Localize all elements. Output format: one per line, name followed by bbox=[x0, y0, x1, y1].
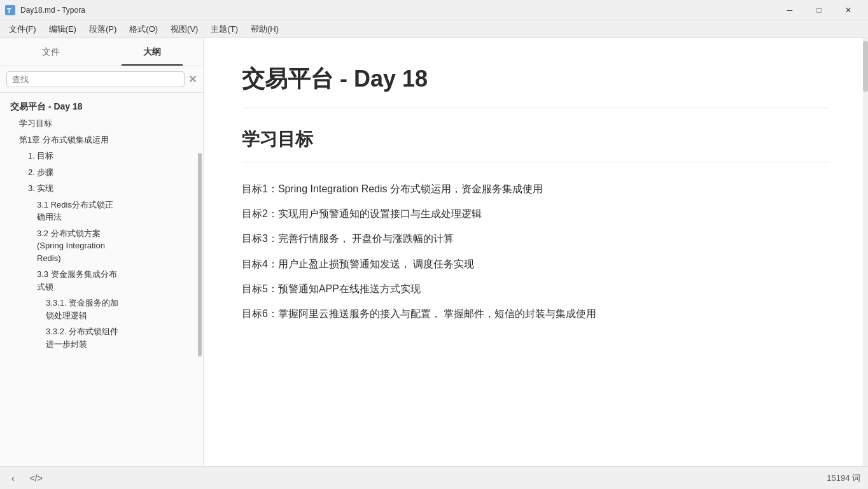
code-view-button[interactable]: </> bbox=[26, 472, 46, 485]
sidebar-scrollbar[interactable] bbox=[198, 153, 202, 357]
close-button[interactable]: ✕ bbox=[834, 0, 863, 20]
outline-item-1[interactable]: 学习目标 bbox=[0, 115, 203, 132]
prev-button[interactable]: ‹ bbox=[8, 472, 18, 485]
outline-item-2[interactable]: 第1章 分布式锁集成运用 bbox=[0, 132, 203, 148]
word-count: 15194 词 bbox=[827, 472, 860, 484]
tab-outline[interactable]: 大纲 bbox=[102, 38, 204, 66]
menu-item[interactable]: 帮助(H) bbox=[244, 21, 285, 38]
menu-item[interactable]: 段落(P) bbox=[83, 21, 123, 38]
title-bar-left: T Day18.md - Typora bbox=[5, 5, 85, 15]
menu-item[interactable]: 主题(T) bbox=[204, 21, 244, 38]
search-clear-button[interactable]: ✕ bbox=[188, 73, 197, 85]
bottom-bar-left: ‹ </> bbox=[8, 472, 46, 485]
main-layout: 文件 大纲 ✕ 交易平台 - Day 18 学习目标 第1章 分布式锁集成运用 … bbox=[0, 38, 868, 466]
window-controls: ─ □ ✕ bbox=[775, 0, 863, 20]
svg-text:T: T bbox=[7, 7, 11, 15]
search-box: ✕ bbox=[0, 66, 203, 93]
outline-item-9[interactable]: 3.3.1. 资金服务的加锁处理逻辑 bbox=[0, 295, 203, 323]
outline-item-0[interactable]: 交易平台 - Day 18 bbox=[0, 98, 203, 115]
content-item-3: 目标3：完善行情服务， 开盘价与涨跌幅的计算 bbox=[242, 227, 830, 250]
bottom-bar: ‹ </> 15194 词 bbox=[0, 466, 868, 489]
content-area[interactable]: 交易平台 - Day 18 学习目标 目标1：Spring Integratio… bbox=[204, 38, 868, 466]
window-title: Day18.md - Typora bbox=[20, 6, 85, 15]
outline-tree: 交易平台 - Day 18 学习目标 第1章 分布式锁集成运用 1. 目标 2.… bbox=[0, 93, 203, 466]
document-title: 交易平台 - Day 18 bbox=[242, 64, 830, 108]
maximize-button[interactable]: □ bbox=[804, 0, 834, 20]
menu-bar: 文件(F)编辑(E)段落(P)格式(O)视图(V)主题(T)帮助(H) bbox=[0, 20, 868, 38]
outline-item-7[interactable]: 3.2 分布式锁方案(Spring IntegrationRedis) bbox=[0, 225, 203, 267]
outline-item-10[interactable]: 3.3.2. 分布式锁组件进一步封装 bbox=[0, 323, 203, 352]
search-input[interactable] bbox=[6, 71, 185, 87]
menu-item[interactable]: 格式(O) bbox=[123, 21, 164, 38]
sidebar-tabs: 文件 大纲 bbox=[0, 38, 203, 66]
content-scrollbar-thumb[interactable] bbox=[863, 41, 868, 92]
menu-item[interactable]: 编辑(E) bbox=[43, 21, 83, 38]
menu-item[interactable]: 视图(V) bbox=[164, 21, 204, 38]
outline-item-4[interactable]: 2. 步骤 bbox=[0, 164, 203, 181]
tab-file[interactable]: 文件 bbox=[0, 38, 102, 66]
content-item-6: 目标6：掌握阿里云推送服务的接入与配置， 掌握邮件，短信的封装与集成使用 bbox=[242, 302, 830, 325]
content-scrollbar-track[interactable] bbox=[863, 38, 868, 466]
outline-item-6[interactable]: 3.1 Redis分布式锁正确用法 bbox=[0, 197, 203, 225]
outline-item-8[interactable]: 3.3 资金服务集成分布式锁 bbox=[0, 266, 203, 295]
content-item-5: 目标5：预警通知APP在线推送方式实现 bbox=[242, 278, 830, 300]
outline-item-3[interactable]: 1. 目标 bbox=[0, 148, 203, 164]
content-item-1: 目标1：Spring Integration Redis 分布式锁运用，资金服务… bbox=[242, 178, 830, 200]
content-item-4: 目标4：用户止盈止损预警通知发送， 调度任务实现 bbox=[242, 253, 830, 275]
content-item-2: 目标2：实现用户预警通知的设置接口与生成处理逻辑 bbox=[242, 202, 830, 225]
title-bar: T Day18.md - Typora ─ □ ✕ bbox=[0, 0, 868, 20]
outline-item-5[interactable]: 3. 实现 bbox=[0, 180, 203, 197]
app-icon: T bbox=[5, 5, 15, 15]
sidebar: 文件 大纲 ✕ 交易平台 - Day 18 学习目标 第1章 分布式锁集成运用 … bbox=[0, 38, 204, 466]
section-title: 学习目标 bbox=[242, 127, 830, 162]
minimize-button[interactable]: ─ bbox=[775, 0, 804, 20]
menu-item[interactable]: 文件(F) bbox=[3, 21, 43, 38]
